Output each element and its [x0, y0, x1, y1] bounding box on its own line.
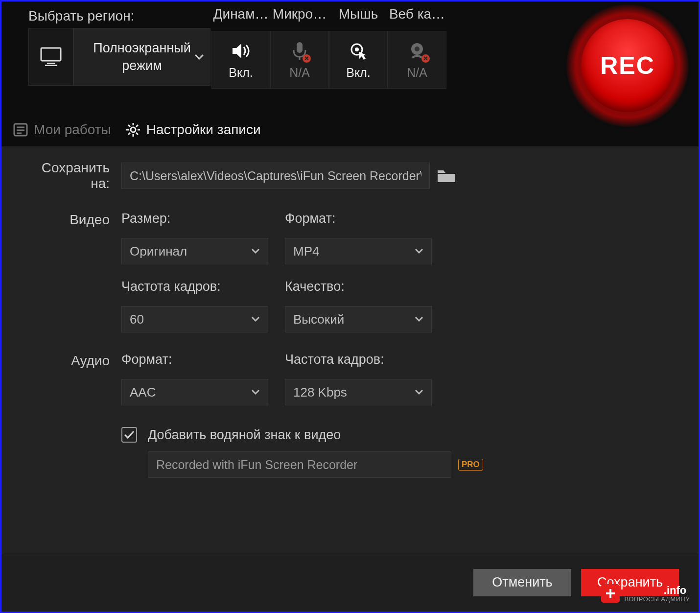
toggle-mouse-status: Вкл.	[346, 66, 370, 80]
tab-record-settings[interactable]: Настройки записи	[126, 122, 261, 138]
monitor-icon	[40, 47, 62, 67]
pro-badge: PRO	[458, 459, 483, 471]
region-box: Полноэкранный режим	[28, 28, 210, 86]
svg-point-13	[131, 127, 136, 132]
brand-name: OCOMP.info	[625, 585, 690, 596]
watermark-check-row: Добавить водяной знак к видео	[121, 427, 679, 443]
svg-rect-0	[41, 48, 61, 61]
record-button[interactable]: REC	[581, 19, 674, 112]
fps-value: 60	[130, 312, 144, 327]
svg-rect-1	[47, 63, 55, 64]
disabled-badge-icon	[421, 54, 430, 63]
svg-point-8	[415, 47, 420, 51]
app-window: Выбрать регион: Полноэкранный режим	[0, 0, 700, 613]
chevron-down-icon	[251, 389, 260, 395]
toggle-mouse[interactable]: Мышь Вкл.	[329, 28, 388, 89]
svg-rect-2	[45, 65, 57, 66]
fps-label: Частота кадров:	[121, 279, 278, 294]
site-watermark: OCOMP.info ВОПРОСЫ АДМИНУ	[601, 584, 690, 603]
quality-label: Качество:	[285, 279, 442, 294]
save-path-label: Сохранить на:	[28, 160, 121, 191]
svg-line-21	[128, 133, 130, 135]
settings-panel: Сохранить на: Видео Размер: Оригинал	[1, 146, 699, 605]
cancel-button[interactable]: Отменить	[473, 569, 571, 596]
check-icon	[124, 430, 135, 439]
chevron-down-icon	[251, 316, 260, 322]
watermark-check-label: Добавить водяной знак к видео	[148, 427, 341, 443]
abitrate-select[interactable]: 128 Kbps	[285, 379, 432, 405]
folder-icon	[437, 167, 456, 184]
disabled-badge-icon	[303, 54, 311, 63]
cursor-icon	[349, 40, 368, 62]
chevron-down-icon	[415, 389, 423, 395]
toggle-webcam[interactable]: Веб ка… N/A	[388, 28, 446, 89]
save-path-row: Сохранить на:	[28, 160, 679, 191]
footer: Отменить Сохранить	[1, 553, 699, 612]
toggle-mouse-head: Мышь	[329, 7, 388, 27]
vformat-select[interactable]: MP4	[285, 238, 432, 264]
abitrate-value: 128 Kbps	[293, 385, 347, 400]
toggle-mic-status: N/A	[289, 66, 310, 80]
chevron-down-icon	[194, 53, 204, 60]
svg-line-19	[136, 133, 138, 135]
toggle-group: Динам… Вкл. Микро…	[211, 28, 446, 89]
audio-section-label: Аудио	[28, 352, 121, 369]
quality-value: Высокий	[293, 312, 344, 327]
chevron-down-icon	[251, 248, 260, 254]
tab-my-works-label: Мои работы	[34, 122, 111, 138]
tab-my-works[interactable]: Мои работы	[13, 122, 111, 138]
size-label: Размер:	[121, 211, 278, 226]
video-section: Видео Размер: Оригинал Формат: MP4	[28, 211, 679, 332]
audio-section: Аудио Формат: AAC Частота кадров: 128 Kb…	[28, 352, 679, 405]
watermark-text-input[interactable]	[148, 451, 451, 478]
webcam-icon	[407, 40, 427, 62]
chevron-down-icon	[415, 248, 423, 254]
toggle-webcam-head: Веб ка…	[388, 7, 446, 27]
chevron-down-icon	[415, 316, 423, 322]
size-select[interactable]: Оригинал	[121, 238, 268, 264]
video-section-label: Видео	[28, 211, 121, 228]
save-path-input[interactable]	[121, 163, 430, 189]
svg-rect-23	[606, 592, 615, 594]
region-icon-button[interactable]	[28, 28, 73, 86]
rec-label: REC	[600, 51, 655, 80]
toggle-speaker-head: Динам…	[211, 7, 270, 27]
vformat-value: MP4	[293, 244, 319, 259]
svg-point-6	[355, 47, 359, 51]
quality-select[interactable]: Высокий	[285, 306, 432, 332]
svg-rect-3	[297, 42, 303, 53]
svg-line-20	[136, 125, 138, 127]
region-mode-select[interactable]: Полноэкранный режим	[73, 28, 210, 86]
list-icon	[13, 122, 28, 137]
aformat-value: AAC	[130, 385, 156, 400]
rec-button-wrap: REC	[566, 4, 689, 127]
browse-folder-button[interactable]	[437, 167, 456, 184]
fps-select[interactable]: 60	[121, 306, 268, 332]
vformat-label: Формат:	[285, 211, 442, 226]
watermark-checkbox[interactable]	[121, 427, 137, 443]
toggle-mic-head: Микро…	[270, 7, 329, 27]
cancel-label: Отменить	[492, 575, 552, 590]
brand-tagline: ВОПРОСЫ АДМИНУ	[625, 596, 690, 602]
region-mode-label: Полноэкранный режим	[74, 39, 210, 75]
mic-icon	[291, 40, 308, 62]
speaker-icon	[231, 40, 251, 62]
aformat-select[interactable]: AAC	[121, 379, 268, 405]
plus-icon	[601, 584, 620, 603]
toggle-speaker-status: Вкл.	[229, 66, 253, 80]
toggle-webcam-status: N/A	[407, 66, 427, 80]
watermark-input-row: PRO	[148, 451, 679, 478]
toggle-speaker[interactable]: Динам… Вкл.	[211, 28, 270, 89]
top-bar: Выбрать регион: Полноэкранный режим	[1, 1, 699, 108]
abitrate-label: Частота кадров:	[285, 352, 442, 367]
aformat-label: Формат:	[121, 352, 278, 367]
size-value: Оригинал	[130, 244, 187, 259]
svg-line-18	[128, 125, 130, 127]
gear-icon	[126, 122, 140, 137]
toggle-mic[interactable]: Микро… N/A	[270, 28, 329, 89]
tab-record-settings-label: Настройки записи	[146, 122, 261, 138]
